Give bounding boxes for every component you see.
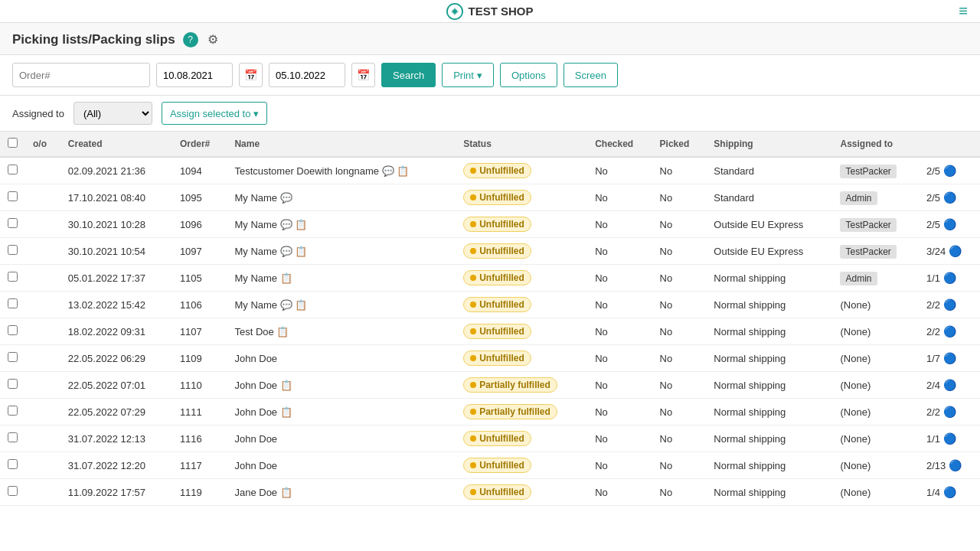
date-from-input[interactable] xyxy=(156,63,233,87)
assigned-to-select[interactable]: (All) Admin TestPacker xyxy=(74,102,152,125)
row-checkbox[interactable] xyxy=(8,459,18,469)
info-icon[interactable]: 🔵 xyxy=(949,459,962,471)
row-checkbox[interactable] xyxy=(8,325,18,335)
row-checkbox[interactable] xyxy=(8,218,18,228)
row-checked: No xyxy=(587,184,652,211)
row-picked: No xyxy=(652,452,707,479)
info-icon[interactable]: 🔵 xyxy=(943,406,956,418)
row-status: Unfulfilled xyxy=(456,292,587,318)
row-count: 1/7 🔵 xyxy=(919,345,980,372)
doc-icon[interactable]: 📋 xyxy=(295,246,307,257)
note-icon[interactable]: 💬 xyxy=(382,165,394,177)
date-to-calendar-button[interactable]: 📅 xyxy=(351,63,375,87)
assigned-none: (None) xyxy=(840,433,871,445)
assign-selected-button[interactable]: Assign selected to ▾ xyxy=(162,102,268,125)
status-badge: Unfulfilled xyxy=(463,163,531,178)
status-dot xyxy=(470,355,476,361)
row-assigned: (None) xyxy=(832,318,919,345)
assigned-badge: TestPacker xyxy=(840,245,896,259)
row-checkbox[interactable] xyxy=(8,298,18,308)
row-checkbox[interactable] xyxy=(8,352,18,362)
row-checked: No xyxy=(587,265,652,292)
row-checkbox[interactable] xyxy=(8,432,18,442)
row-shipping: Normal shipping xyxy=(706,292,832,318)
row-shipping: Normal shipping xyxy=(706,265,832,292)
row-name-text: Test Doe xyxy=(234,326,273,337)
assigned-badge: Admin xyxy=(840,191,877,205)
row-checked: No xyxy=(587,399,652,425)
info-icon[interactable]: 🔵 xyxy=(943,272,956,284)
status-badge: Unfulfilled xyxy=(463,324,531,339)
order-input[interactable] xyxy=(12,63,150,87)
doc-icon[interactable]: 📋 xyxy=(280,406,292,418)
search-button[interactable]: Search xyxy=(381,63,436,87)
note-icon[interactable]: 💬 xyxy=(280,299,292,311)
row-checkbox-cell xyxy=(0,479,25,506)
info-icon[interactable]: 🔵 xyxy=(943,352,956,364)
count-value: 1/4 xyxy=(926,487,940,498)
doc-icon[interactable]: 📋 xyxy=(276,326,289,337)
doc-icon[interactable]: 📋 xyxy=(295,219,307,230)
row-order: 1117 xyxy=(172,452,227,479)
col-order: Order# xyxy=(172,132,227,157)
info-icon[interactable]: 🔵 xyxy=(943,486,956,498)
row-status: Unfulfilled xyxy=(456,345,587,372)
assigned-none: (None) xyxy=(840,487,871,498)
help-button[interactable]: ? xyxy=(183,32,198,47)
note-icon[interactable]: 💬 xyxy=(280,192,292,204)
doc-icon[interactable]: 📋 xyxy=(280,487,292,498)
assigned-none: (None) xyxy=(840,353,871,364)
table-row: 02.09.2021 21:36 1094 Testcustomer Doewi… xyxy=(0,157,980,184)
screen-button[interactable]: Screen xyxy=(564,63,618,87)
print-button[interactable]: Print ▾ xyxy=(442,63,494,87)
date-from-calendar-button[interactable]: 📅 xyxy=(239,63,263,87)
row-checkbox[interactable] xyxy=(8,165,18,174)
doc-icon[interactable]: 📋 xyxy=(295,299,307,311)
info-icon[interactable]: 🔵 xyxy=(943,218,956,230)
doc-icon[interactable]: 📋 xyxy=(280,380,292,391)
info-icon[interactable]: 🔵 xyxy=(949,245,962,257)
row-shipping: Normal shipping xyxy=(706,345,832,372)
status-badge: Unfulfilled xyxy=(463,217,531,232)
options-button[interactable]: Options xyxy=(500,63,557,87)
table-row: 13.02.2022 15:42 1106 My Name 💬 📋 Unfulf… xyxy=(0,292,980,318)
row-name-text: My Name xyxy=(234,219,277,230)
info-icon[interactable]: 🔵 xyxy=(943,165,956,177)
row-oo xyxy=(25,238,60,265)
hamburger-icon[interactable]: ≡ xyxy=(959,2,968,20)
info-icon[interactable]: 🔵 xyxy=(943,432,956,445)
assigned-none: (None) xyxy=(840,326,871,337)
row-name: John Doe xyxy=(227,425,456,452)
row-checkbox[interactable] xyxy=(8,379,18,389)
select-all-checkbox[interactable] xyxy=(8,138,18,148)
row-order: 1096 xyxy=(172,211,227,238)
page-header: Picking lists/Packing slips ? ⚙ xyxy=(0,23,980,55)
status-dot xyxy=(470,194,476,201)
row-count: 2/13 🔵 xyxy=(919,452,980,479)
count-value: 2/13 xyxy=(926,460,946,471)
info-icon[interactable]: 🔵 xyxy=(943,191,956,204)
note-icon[interactable]: 💬 xyxy=(280,246,292,257)
row-checkbox[interactable] xyxy=(8,272,18,282)
date-to-input[interactable] xyxy=(269,63,345,87)
info-icon[interactable]: 🔵 xyxy=(943,325,956,337)
assigned-to-label: Assigned to xyxy=(12,108,64,119)
info-icon[interactable]: 🔵 xyxy=(943,298,956,311)
status-badge: Unfulfilled xyxy=(463,297,531,312)
row-name: My Name 📋 xyxy=(227,265,456,292)
shop-logo: TEST SHOP xyxy=(446,3,533,20)
doc-icon[interactable]: 📋 xyxy=(397,165,409,177)
doc-icon[interactable]: 📋 xyxy=(280,272,292,284)
row-order: 1119 xyxy=(172,479,227,506)
status-dot xyxy=(470,382,476,388)
filters-row: 📅 📅 Search Print ▾ Options Screen xyxy=(0,55,980,96)
row-checkbox[interactable] xyxy=(8,191,18,201)
note-icon[interactable]: 💬 xyxy=(280,219,292,230)
settings-button[interactable]: ⚙ xyxy=(206,31,220,48)
row-shipping: Standard xyxy=(706,157,832,184)
row-checkbox[interactable] xyxy=(8,406,18,416)
row-checkbox[interactable] xyxy=(8,486,18,496)
status-dot xyxy=(470,489,476,495)
row-checkbox[interactable] xyxy=(8,245,18,255)
info-icon[interactable]: 🔵 xyxy=(943,379,956,391)
